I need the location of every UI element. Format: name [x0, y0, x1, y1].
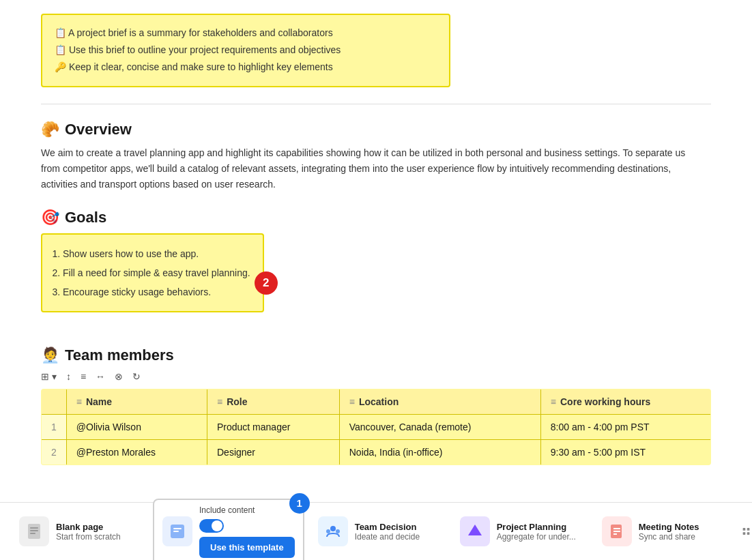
- table-row: 2 @Preston Morales Designer Noida, India…: [42, 439, 711, 465]
- table-toolbar: ⊞ ▾ ↕ ≡ ↔ ⊗ ↻: [41, 371, 711, 382]
- col-name: ≡Name: [66, 389, 207, 414]
- team-decision-card[interactable]: Team Decision Ideate and decide: [310, 511, 446, 552]
- active-card-controls: Include content Use this template: [199, 505, 295, 558]
- goal-item-2: Fill a need for simple & easy travel pla…: [63, 263, 250, 282]
- include-content-label: Include content: [199, 505, 295, 515]
- badge-2: 2: [255, 271, 278, 295]
- row1-num: 1: [42, 414, 67, 439]
- goals-title: Goals: [65, 209, 106, 226]
- row2-role: Designer: [207, 439, 339, 465]
- col-num: [42, 389, 67, 414]
- project-planning-subtitle: Aggregate for under...: [497, 532, 576, 542]
- include-content-toggle[interactable]: [199, 519, 224, 533]
- toolbar-filter-icon[interactable]: ≡: [81, 371, 86, 382]
- team-section: 🧑‍💼 Team members ⊞ ▾ ↕ ≡ ↔ ⊗ ↻ ≡Name ≡Ro…: [41, 347, 711, 465]
- template-bar: Blank page Start from scratch 1 Include …: [0, 502, 752, 560]
- badge-1: 1: [289, 493, 310, 514]
- divider: [41, 104, 711, 104]
- svg-rect-17: [742, 532, 745, 535]
- row2-hours: 9:30 am - 5:00 pm IST: [540, 439, 710, 465]
- project-planning-title: Project Planning: [497, 522, 576, 532]
- overview-emoji: 🥐: [41, 121, 59, 138]
- meeting-notes-subtitle: Sync and share: [639, 532, 699, 542]
- overview-section: 🥐 Overview We aim to create a travel pla…: [41, 121, 711, 192]
- goals-box: Show users how to use the app. Fill a ne…: [41, 233, 264, 312]
- row1-name: @Olivia Wilson: [66, 414, 207, 439]
- team-decision-subtitle: Ideate and decide: [355, 532, 420, 542]
- svg-rect-3: [30, 533, 35, 534]
- team-decision-icon: [318, 516, 348, 546]
- svg-rect-5: [173, 528, 182, 529]
- svg-rect-2: [30, 530, 38, 531]
- meeting-notes-text: Meeting Notes Sync and share: [639, 522, 699, 542]
- active-card-icon: [162, 516, 192, 546]
- col-location: ≡Location: [339, 389, 540, 414]
- team-decision-title: Team Decision: [355, 522, 420, 532]
- toolbar-lock-icon[interactable]: ⊗: [115, 371, 123, 382]
- team-table: ≡Name ≡Role ≡Location ≡Core working hour…: [41, 389, 711, 465]
- svg-rect-18: [747, 532, 749, 535]
- team-emoji: 🧑‍💼: [41, 347, 59, 364]
- meeting-notes-card[interactable]: Meeting Notes Sync and share: [594, 511, 730, 552]
- toolbar-grid-icon[interactable]: ⊞ ▾: [41, 371, 57, 382]
- team-decision-text: Team Decision Ideate and decide: [355, 522, 420, 542]
- project-planning-card[interactable]: Project Planning Aggregate for under...: [452, 511, 588, 552]
- svg-marker-10: [468, 525, 482, 535]
- gallery-icon: [742, 525, 750, 537]
- svg-rect-1: [30, 527, 38, 529]
- project-planning-text: Project Planning Aggregate for under...: [497, 522, 576, 542]
- toolbar-relation-icon[interactable]: ↻: [132, 371, 141, 382]
- row2-name: @Preston Morales: [66, 439, 207, 465]
- goals-section: 🎯 Goals Show users how to use the app. F…: [41, 209, 711, 333]
- row2-location: Noida, India (in-office): [339, 439, 540, 465]
- use-template-button[interactable]: Use this template: [199, 537, 295, 558]
- hint-item-2: 📋 Use this brief to outline your project…: [55, 42, 437, 59]
- overview-heading: 🥐 Overview: [41, 121, 711, 138]
- row1-hours: 8:00 am - 4:00 pm PST: [540, 414, 710, 439]
- team-title: Team members: [65, 347, 174, 364]
- hint-item-3: 🔑 Keep it clear, concise and make sure t…: [55, 59, 437, 76]
- col-role: ≡Role: [207, 389, 339, 414]
- svg-point-7: [330, 526, 336, 531]
- active-template-card[interactable]: 1 Include content Use this template: [153, 499, 304, 561]
- svg-rect-15: [742, 528, 745, 531]
- svg-rect-6: [173, 531, 179, 532]
- meeting-notes-title: Meeting Notes: [639, 522, 699, 532]
- goal-item-1: Show users how to use the app.: [63, 244, 250, 263]
- toggle-row: [199, 519, 295, 533]
- hint-item-1: 📋 A project brief is a summary for stake…: [55, 25, 437, 42]
- blank-page-title: Blank page: [56, 522, 121, 532]
- row1-role: Product manager: [207, 414, 339, 439]
- overview-body: We aim to create a travel planning app a…: [41, 145, 696, 192]
- table-header-row: ≡Name ≡Role ≡Location ≡Core working hour…: [42, 389, 711, 414]
- goals-emoji: 🎯: [41, 209, 59, 226]
- meeting-notes-icon: [602, 516, 632, 546]
- svg-rect-16: [747, 528, 749, 531]
- blank-page-text: Blank page Start from scratch: [56, 522, 121, 542]
- goals-heading: 🎯 Goals: [41, 209, 711, 226]
- col-hours: ≡Core working hours: [540, 389, 710, 414]
- table-row: 1 @Olivia Wilson Product manager Vancouv…: [42, 414, 711, 439]
- row2-num: 2: [42, 439, 67, 465]
- project-planning-icon: [460, 516, 490, 546]
- row1-location: Vancouver, Canada (remote): [339, 414, 540, 439]
- svg-point-8: [326, 529, 330, 533]
- template-gallery-button[interactable]: Template Gallery: [736, 517, 752, 546]
- goals-list: Show users how to use the app. Fill a ne…: [63, 244, 250, 301]
- toolbar-width-icon[interactable]: ↔: [96, 371, 105, 382]
- main-content: 📋 A project brief is a summary for stake…: [0, 0, 752, 560]
- svg-point-9: [336, 529, 340, 533]
- toolbar-sort-icon[interactable]: ↕: [66, 371, 71, 382]
- goal-item-3: Encourage sticky usage behaviors.: [63, 282, 250, 301]
- blank-page-card[interactable]: Blank page Start from scratch: [11, 511, 147, 552]
- hint-box: 📋 A project brief is a summary for stake…: [41, 14, 450, 87]
- blank-page-icon: [19, 516, 49, 546]
- overview-title: Overview: [65, 121, 132, 138]
- blank-page-subtitle: Start from scratch: [56, 532, 121, 542]
- team-heading: 🧑‍💼 Team members: [41, 347, 711, 364]
